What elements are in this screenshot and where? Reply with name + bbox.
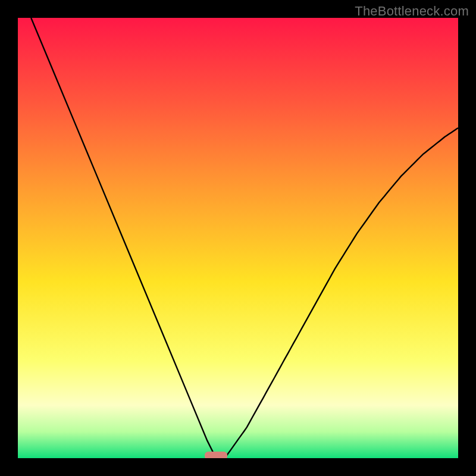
chart-background — [18, 18, 458, 458]
watermark-label: TheBottleneck.com — [355, 4, 469, 19]
chart-svg — [18, 18, 458, 458]
chart-frame: TheBottleneck.com — [0, 0, 476, 476]
chart-plot-area — [18, 18, 458, 458]
minimum-marker — [205, 452, 227, 458]
